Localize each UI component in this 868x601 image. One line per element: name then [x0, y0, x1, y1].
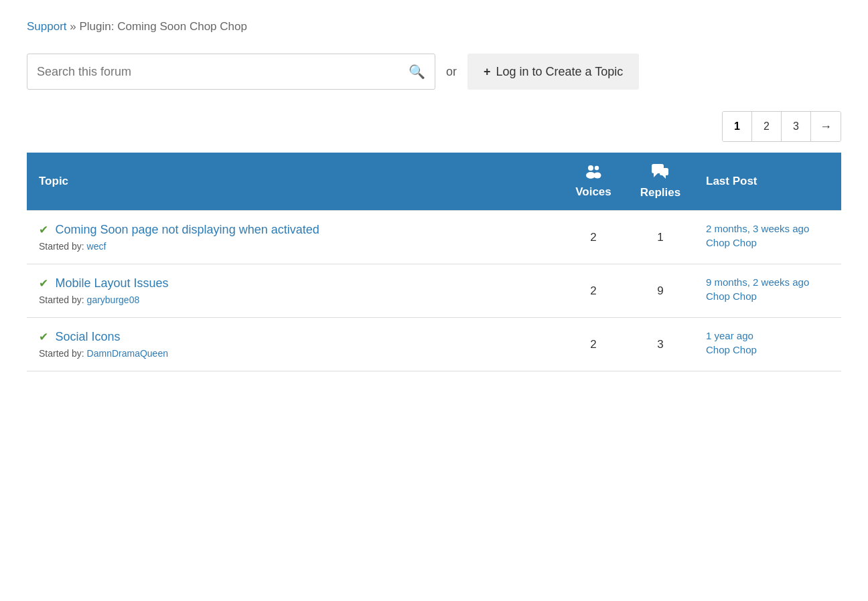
- last-post-author-link[interactable]: Chop Chop: [706, 344, 829, 355]
- col-header-lastpost: Last Post: [694, 153, 841, 211]
- topic-started-by: Started by: wecf: [39, 241, 548, 252]
- last-post-author-link[interactable]: Chop Chop: [706, 290, 829, 302]
- page-2[interactable]: 2: [752, 112, 782, 141]
- col-header-replies: Replies: [627, 153, 694, 211]
- topic-table: Topic Voices: [27, 153, 841, 371]
- last-post-time: 1 year ago: [706, 330, 829, 341]
- topic-title-link[interactable]: Mobile Layout Issues: [55, 276, 168, 290]
- topic-cell: ✔ Mobile Layout Issues Started by: garyb…: [27, 264, 560, 318]
- table-body: ✔ Coming Soon page not displaying when a…: [27, 211, 841, 371]
- topic-author-link[interactable]: garyburge08: [87, 294, 140, 305]
- replies-icon: [651, 163, 670, 183]
- topic-author-link[interactable]: wecf: [87, 241, 106, 252]
- search-icon: 🔍: [409, 64, 425, 79]
- topic-started-by: Started by: DamnDramaQueen: [39, 348, 548, 359]
- breadcrumb-separator: »: [70, 20, 76, 33]
- topic-cell: ✔ Social Icons Started by: DamnDramaQuee…: [27, 318, 560, 371]
- topic-title-link[interactable]: Social Icons: [55, 330, 120, 343]
- pagination: 1 2 3 →: [722, 111, 841, 142]
- started-by-label: Started by:: [39, 241, 84, 252]
- voices-cell: 2: [560, 318, 627, 371]
- topic-title-cell: ✔ Social Icons: [39, 330, 548, 344]
- or-text: or: [446, 65, 457, 79]
- voices-icon: [584, 164, 603, 183]
- col-header-topic: Topic: [27, 153, 560, 211]
- pagination-row: 1 2 3 →: [27, 111, 841, 142]
- table-row: ✔ Mobile Layout Issues Started by: garyb…: [27, 264, 841, 318]
- last-post-time: 9 months, 2 weeks ago: [706, 276, 829, 288]
- voices-cell: 2: [560, 264, 627, 318]
- table-header-row: Topic Voices: [27, 153, 841, 211]
- search-box: 🔍: [27, 54, 435, 90]
- page-3[interactable]: 3: [782, 112, 811, 141]
- breadcrumb-support-link[interactable]: Support: [27, 20, 67, 33]
- page-1[interactable]: 1: [723, 112, 752, 141]
- topic-title-link[interactable]: Coming Soon page not displaying when act…: [55, 223, 319, 236]
- last-post-cell: 2 months, 3 weeks ago Chop Chop: [694, 211, 841, 264]
- create-topic-button[interactable]: + Log in to Create a Topic: [467, 54, 639, 90]
- table-row: ✔ Coming Soon page not displaying when a…: [27, 211, 841, 264]
- plus-icon: +: [484, 65, 491, 79]
- svg-rect-6: [660, 168, 668, 175]
- topic-cell: ✔ Coming Soon page not displaying when a…: [27, 211, 560, 264]
- search-button[interactable]: 🔍: [409, 64, 425, 80]
- topic-title-cell: ✔ Mobile Layout Issues: [39, 276, 548, 290]
- svg-point-0: [588, 165, 593, 171]
- create-topic-label: Log in to Create a Topic: [496, 65, 624, 79]
- last-post-author-link[interactable]: Chop Chop: [706, 237, 829, 248]
- replies-cell: 1: [627, 211, 694, 264]
- started-by-label: Started by:: [39, 348, 84, 359]
- resolved-check-icon: ✔: [39, 277, 48, 290]
- replies-cell: 3: [627, 318, 694, 371]
- last-post-cell: 1 year ago Chop Chop: [694, 318, 841, 371]
- resolved-check-icon: ✔: [39, 331, 48, 343]
- search-input[interactable]: [37, 65, 409, 79]
- last-post-time: 2 months, 3 weeks ago: [706, 223, 829, 234]
- topic-author-link[interactable]: DamnDramaQueen: [87, 348, 168, 359]
- last-post-cell: 9 months, 2 weeks ago Chop Chop: [694, 264, 841, 318]
- breadcrumb: Support » Plugin: Coming Soon Chop Chop: [27, 20, 841, 33]
- table-row: ✔ Social Icons Started by: DamnDramaQuee…: [27, 318, 841, 371]
- started-by-label: Started by:: [39, 294, 84, 305]
- breadcrumb-current: Plugin: Coming Soon Chop Chop: [79, 20, 246, 33]
- replies-cell: 9: [627, 264, 694, 318]
- voices-cell: 2: [560, 211, 627, 264]
- topic-started-by: Started by: garyburge08: [39, 294, 548, 305]
- col-header-voices: Voices: [560, 153, 627, 211]
- search-row: 🔍 or + Log in to Create a Topic: [27, 54, 841, 90]
- svg-point-1: [595, 166, 599, 170]
- next-page-arrow[interactable]: →: [811, 112, 841, 141]
- svg-marker-5: [654, 173, 658, 177]
- svg-marker-7: [662, 175, 666, 179]
- svg-point-3: [594, 173, 601, 179]
- resolved-check-icon: ✔: [39, 224, 48, 236]
- topic-title-cell: ✔ Coming Soon page not displaying when a…: [39, 223, 548, 237]
